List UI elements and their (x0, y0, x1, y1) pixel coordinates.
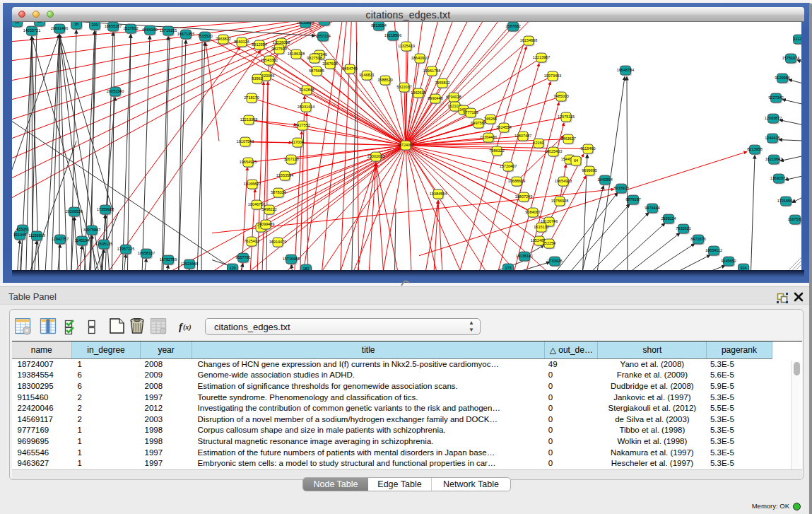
svg-text:9463627: 9463627 (560, 137, 575, 141)
svg-text:11123: 11123 (794, 37, 801, 42)
svg-text:6794028: 6794028 (446, 95, 461, 100)
svg-text:9327508: 9327508 (307, 57, 322, 61)
svg-text:391349: 391349 (13, 233, 26, 238)
svg-text:7625402: 7625402 (244, 240, 259, 244)
svg-text:5322037: 5322037 (396, 86, 411, 90)
svg-text:9777169: 9777169 (463, 111, 478, 115)
svg-text:15720407: 15720407 (500, 165, 517, 169)
svg-text:7357224: 7357224 (315, 35, 330, 39)
svg-text:18724007: 18724007 (397, 144, 414, 148)
svg-text:16210643: 16210643 (765, 158, 782, 162)
svg-text:10655287: 10655287 (105, 25, 122, 29)
svg-text:7485003: 7485003 (553, 95, 568, 99)
svg-text:12505135: 12505135 (95, 243, 112, 247)
svg-text:62160: 62160 (533, 141, 543, 146)
svg-text:1527602: 1527602 (123, 27, 138, 31)
svg-text:8471676: 8471676 (690, 238, 705, 242)
svg-text:16: 16 (74, 23, 78, 27)
svg-text:14136141: 14136141 (516, 255, 533, 259)
svg-text:12353594: 12353594 (276, 174, 293, 178)
svg-text:8933923: 8933923 (613, 187, 628, 191)
svg-text:19384554: 19384554 (430, 192, 447, 197)
svg-text:12213369: 12213369 (240, 118, 257, 122)
svg-text:17359928: 17359928 (97, 208, 114, 212)
svg-text:12942757: 12942757 (52, 238, 69, 242)
svg-text:7632621: 7632621 (676, 227, 690, 231)
svg-text:19654925: 19654925 (240, 160, 257, 165)
svg-text:3267110: 3267110 (283, 158, 298, 162)
svg-text:12975115: 12975115 (558, 115, 575, 119)
svg-text:23302033: 23302033 (367, 155, 384, 159)
svg-text:19218506: 19218506 (384, 34, 401, 38)
svg-text:2718170: 2718170 (244, 96, 259, 100)
svg-text:1615132: 1615132 (534, 226, 548, 230)
svg-text:16648784: 16648784 (617, 69, 634, 73)
svg-text:252254: 252254 (543, 242, 555, 246)
svg-text:8454749: 8454749 (342, 67, 357, 71)
svg-text:3624554: 3624554 (496, 126, 511, 130)
svg-text:16033809: 16033809 (297, 22, 314, 25)
svg-text:15186328: 15186328 (288, 52, 305, 57)
svg-text:9146821: 9146821 (359, 74, 374, 78)
svg-text:2687682: 2687682 (505, 25, 520, 29)
svg-text:6466160: 6466160 (142, 28, 157, 33)
svg-text:5878334: 5878334 (271, 191, 286, 195)
svg-text:13226058: 13226058 (273, 41, 290, 45)
svg-text:18807249: 18807249 (515, 195, 532, 199)
svg-text:10688609: 10688609 (508, 180, 525, 184)
svg-text:6879197: 6879197 (625, 198, 640, 202)
svg-text:12213967: 12213967 (533, 56, 550, 60)
svg-text:10046756: 10046756 (248, 203, 265, 207)
svg-text:10025433: 10025433 (545, 150, 562, 154)
svg-text:16671355: 16671355 (177, 33, 194, 37)
svg-text:1733426: 1733426 (547, 259, 562, 264)
svg-text:1640954: 1640954 (597, 178, 612, 182)
svg-text:19166827: 19166827 (244, 182, 261, 187)
svg-text:9084067: 9084067 (525, 211, 540, 215)
svg-text:64: 64 (574, 159, 578, 163)
svg-text:10973493: 10973493 (544, 74, 561, 78)
svg-text:1588520: 1588520 (377, 78, 392, 83)
svg-text:15716485: 15716485 (283, 257, 300, 262)
svg-text:11156819: 11156819 (28, 234, 45, 238)
svg-text:15751074: 15751074 (782, 57, 799, 61)
svg-text:9115460: 9115460 (580, 147, 595, 151)
svg-text:21364436: 21364436 (480, 136, 497, 140)
svg-text:5875685: 5875685 (309, 69, 324, 74)
svg-text:9827509: 9827509 (271, 47, 286, 52)
svg-text:93963: 93963 (252, 77, 262, 81)
svg-text:1362615: 1362615 (411, 91, 425, 95)
svg-text:1244415: 1244415 (765, 136, 779, 141)
svg-text:10654112: 10654112 (705, 249, 722, 253)
svg-text:18: 18 (15, 22, 19, 24)
svg-text:6497568: 6497568 (471, 122, 486, 126)
svg-text:17016504: 17016504 (777, 199, 794, 204)
svg-text:8813054: 8813054 (371, 24, 386, 28)
svg-text:28031414: 28031414 (298, 105, 314, 110)
svg-text:9474444: 9474444 (645, 206, 659, 211)
svg-text:19654923: 19654923 (555, 180, 572, 184)
svg-text:20053340: 20053340 (107, 90, 124, 94)
svg-text:11325419: 11325419 (398, 45, 415, 49)
svg-text:8427552: 8427552 (295, 124, 310, 128)
svg-text:20691406: 20691406 (51, 27, 68, 31)
svg-text:5498222: 5498222 (261, 208, 276, 212)
svg-text:8990448: 8990448 (428, 97, 442, 101)
svg-text:10807487: 10807487 (514, 134, 531, 139)
svg-text:16154808: 16154808 (520, 39, 537, 43)
svg-text:9242848: 9242848 (299, 88, 314, 93)
svg-text:9245652: 9245652 (721, 259, 736, 264)
svg-text:9657791: 9657791 (235, 256, 250, 260)
svg-text:1145194: 1145194 (74, 239, 89, 243)
svg-text:10961758: 10961758 (423, 69, 440, 74)
svg-text:10543362: 10543362 (261, 59, 278, 63)
svg-text:10958107: 10958107 (138, 252, 155, 256)
svg-text:8912954: 8912954 (252, 43, 266, 47)
svg-text:10107543: 10107543 (237, 140, 254, 144)
svg-text:7463822: 7463822 (216, 37, 230, 42)
svg-text:10719155: 10719155 (160, 29, 177, 33)
svg-text:1167533: 1167533 (787, 218, 801, 222)
svg-text:18640910: 18640910 (411, 57, 428, 61)
svg-text:20206536: 20206536 (66, 210, 83, 214)
svg-text:8213958: 8213958 (747, 148, 762, 152)
